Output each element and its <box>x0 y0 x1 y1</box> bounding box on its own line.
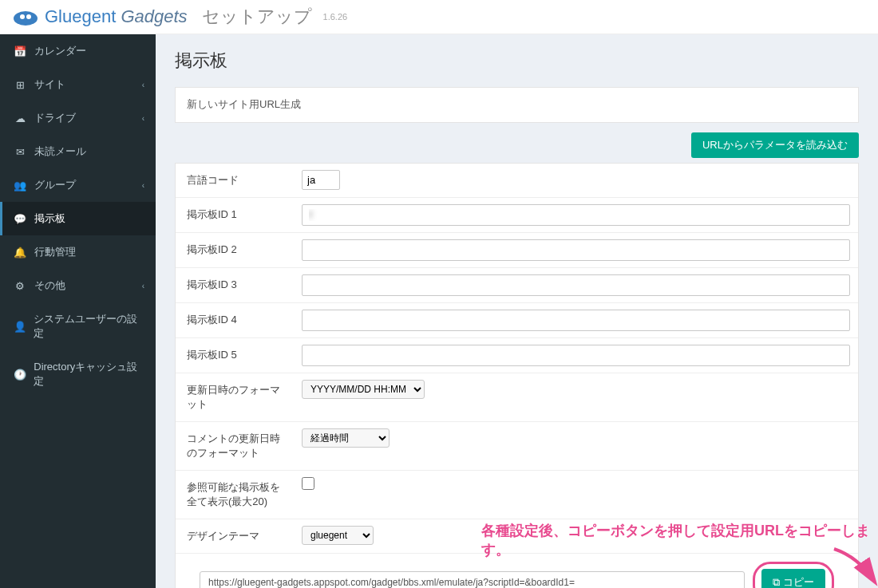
logo-icon <box>11 6 40 28</box>
svg-point-1 <box>20 14 25 19</box>
panel-heading: 新しいサイト用URL生成 <box>176 88 858 122</box>
gear-icon: ⚙ <box>12 280 28 292</box>
main-content: 掲示板 新しいサイト用URL生成 URLからパラメータを読み込む 言語コード 掲… <box>156 34 878 588</box>
svg-point-2 <box>26 14 31 19</box>
sidebar-item-label: 行動管理 <box>34 245 76 259</box>
datefmt-select[interactable]: YYYY/MM/DD HH:MM <box>302 380 425 399</box>
mail-icon: ✉ <box>12 146 28 158</box>
sidebar-item-label: サイト <box>34 77 65 92</box>
logo-text: Gluegent Gadgets <box>45 6 188 27</box>
app-header: Gluegent Gadgets セットアップ 1.6.26 <box>0 0 878 34</box>
version-text: 1.6.26 <box>323 12 348 22</box>
chevron-left-icon: ‹ <box>142 282 144 290</box>
sidebar-item-sysuser[interactable]: 👤システムユーザーの設定 <box>0 302 156 350</box>
sidebar-item-label: 未読メール <box>34 144 86 159</box>
chevron-left-icon: ‹ <box>142 114 144 123</box>
load-params-button[interactable]: URLからパラメータを読み込む <box>691 132 859 158</box>
clock-icon: 🕐 <box>12 369 27 381</box>
board1-label: 掲示板ID 1 <box>176 198 294 232</box>
sidebar-item-label: その他 <box>34 278 65 293</box>
sidebar-item-other[interactable]: ⚙その他‹ <box>0 269 156 302</box>
datefmt-label: 更新日時のフォーマット <box>176 373 294 421</box>
board3-label: 掲示板ID 3 <box>176 268 294 302</box>
board2-input[interactable] <box>302 239 850 261</box>
commentfmt-label: コメントの更新日時のフォーマット <box>176 422 294 470</box>
sidebar-item-label: ドライブ <box>34 111 76 125</box>
sidebar-item-label: グループ <box>34 178 76 192</box>
sidebar-item-group[interactable]: 👥グループ‹ <box>0 168 156 202</box>
sidebar-item-label: 掲示板 <box>34 211 65 226</box>
chevron-left-icon: ‹ <box>142 181 144 190</box>
showall-checkbox[interactable] <box>302 477 314 490</box>
setup-title: セットアップ <box>202 5 312 29</box>
page-title: 掲示板 <box>175 49 859 73</box>
board4-label: 掲示板ID 4 <box>176 303 294 337</box>
calendar-icon: 📅 <box>12 45 28 57</box>
generated-url-input[interactable] <box>200 571 745 588</box>
board2-label: 掲示板ID 2 <box>176 233 294 267</box>
board5-label: 掲示板ID 5 <box>176 338 294 373</box>
panel-url-gen: 新しいサイト用URL生成 <box>175 87 859 123</box>
showall-label: 参照可能な掲示板を全て表示(最大20) <box>176 471 294 519</box>
sidebar-item-calendar[interactable]: 📅カレンダー <box>0 34 156 68</box>
sidebar-item-dircache[interactable]: 🕐Directoryキャッシュ設定 <box>0 350 156 398</box>
commentfmt-select[interactable]: 経過時間 <box>302 428 390 448</box>
sidebar: 📅カレンダー ⊞サイト‹ ☁ドライブ‹ ✉未読メール 👥グループ‹ 💬掲示板 🔔… <box>0 34 156 588</box>
lang-label: 言語コード <box>176 164 294 197</box>
theme-label: デザインテーマ <box>176 519 294 553</box>
copy-highlight: ⧉コピー <box>753 562 834 588</box>
sidebar-item-behavior[interactable]: 🔔行動管理 <box>0 235 156 269</box>
board1-input[interactable] <box>302 204 850 226</box>
sidebar-item-site[interactable]: ⊞サイト‹ <box>0 68 156 101</box>
cloud-icon: ☁ <box>12 112 28 124</box>
sidebar-item-bbs[interactable]: 💬掲示板 <box>0 202 156 235</box>
chevron-left-icon: ‹ <box>142 81 144 89</box>
lang-input[interactable] <box>302 170 340 190</box>
group-icon: 👥 <box>12 180 28 191</box>
site-icon: ⊞ <box>12 79 28 91</box>
bell-icon: 🔔 <box>12 247 28 258</box>
svg-point-0 <box>14 11 38 26</box>
board3-input[interactable] <box>302 274 850 296</box>
form-panel: 言語コード 掲示板ID 1 掲示板ID 2 掲示板ID 3 掲示板ID 4 掲示… <box>175 163 859 588</box>
sidebar-item-label: Directoryキャッシュ設定 <box>34 360 144 389</box>
sidebar-item-drive[interactable]: ☁ドライブ‹ <box>0 101 156 135</box>
copy-icon: ⧉ <box>773 576 780 588</box>
sidebar-item-label: カレンダー <box>34 44 86 58</box>
copy-button[interactable]: ⧉コピー <box>761 569 825 588</box>
sidebar-item-label: システムユーザーの設定 <box>34 312 144 341</box>
chat-icon: 💬 <box>12 213 28 225</box>
sidebar-item-unread-mail[interactable]: ✉未読メール <box>0 135 156 168</box>
board4-input[interactable] <box>302 310 850 331</box>
user-icon: 👤 <box>12 321 27 333</box>
board5-input[interactable] <box>302 345 850 366</box>
theme-select[interactable]: gluegent <box>302 526 374 545</box>
